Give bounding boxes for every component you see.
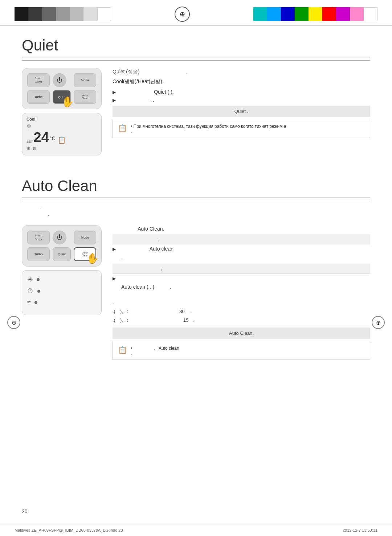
bars-icon: ≋ xyxy=(32,146,37,151)
smart-saver-btn-ac: SmartSaver xyxy=(27,231,50,244)
ac-info-line2: . xyxy=(131,351,132,356)
quiet-bullet-1: ▶ Quiet ( ). xyxy=(113,89,370,95)
swatch-pink xyxy=(350,7,364,21)
power-btn-ac: ⏻ xyxy=(53,231,66,244)
ac-desc-2: .( ), , : 30 . xyxy=(113,308,370,315)
quiet-display-panel: Cool ❄ SET 24 °C 📋 ❄ ≋ xyxy=(22,113,102,155)
page-number: 20 xyxy=(22,508,28,514)
quiet-bullet2-text: - . xyxy=(119,97,154,103)
quiet-section: Quiet SmartSaver ⏻ Mode Turbo Quiet ✋ xyxy=(22,26,370,163)
ac-bullet2-text xyxy=(119,275,147,281)
swatch-cyan xyxy=(253,7,267,21)
auto-clean-label-line: Auto Clean. xyxy=(113,225,370,233)
cool-label: Cool xyxy=(26,117,97,121)
quiet-note-box: Quiet . xyxy=(113,106,370,117)
swatches-left xyxy=(15,7,111,21)
auto-clean-hand-icon: ✋ xyxy=(86,252,99,265)
smart-saver-button: SmartSaver xyxy=(27,73,50,87)
top-color-bar: ⊕ xyxy=(0,0,392,26)
arrow-icon-1: ▶ xyxy=(113,90,116,95)
sun-icon: ☀ xyxy=(27,276,33,284)
ac-info-text-wrapper: • , Auto clean . xyxy=(131,346,179,356)
swatch-white xyxy=(97,7,111,21)
auto-clean-section: Auto Clean . - SmartSaver ⏻ Mode Turbo Q… xyxy=(22,174,370,367)
auto-clean-remote: SmartSaver ⏻ Mode Turbo Quiet AutoClean … xyxy=(22,225,102,267)
swatch-blue-light xyxy=(267,7,281,21)
swatch-gray xyxy=(42,7,56,21)
auto-clean-display-panel: ☀ ⏱ ≈ xyxy=(22,270,102,315)
ac-desc-3: .( ), , : 15 . xyxy=(113,317,370,324)
auto-clean-device-column: SmartSaver ⏻ Mode Turbo Quiet AutoClean … xyxy=(22,225,102,360)
mode-button: Mode xyxy=(74,73,96,87)
ac-arrow-1: ▶ xyxy=(113,247,116,252)
dot-2 xyxy=(37,290,40,293)
auto-clean-bullet-1: ▶ Auto clean xyxy=(113,246,370,252)
temperature-number: 24 xyxy=(34,130,49,144)
auto-clean-button[interactable]: AutoClean ✋ xyxy=(74,247,96,261)
swatch-green xyxy=(295,7,309,21)
quiet-info-line2: . xyxy=(131,129,132,134)
ac-info-bullet: • , Auto clean xyxy=(131,346,179,351)
ac-bullet1-text: Auto clean xyxy=(119,246,173,252)
info-icon: 📋 xyxy=(118,124,127,133)
dot-3 xyxy=(34,301,37,304)
right-compass-icon: ⊕ xyxy=(372,316,385,329)
display-row-3: ≈ xyxy=(27,299,96,306)
swatch-black xyxy=(15,7,28,21)
quiet-btn-ac: Quiet xyxy=(53,247,71,261)
swatch-lighter-gray xyxy=(83,7,97,21)
degree-symbol: °C xyxy=(50,135,56,141)
ac-bullet1-sub: . xyxy=(121,254,370,261)
auto-clean-note-box: Auto Clean. xyxy=(113,328,370,339)
auto-clean-text-row-2: , xyxy=(113,264,370,274)
main-content: Quiet SmartSaver ⏻ Mode Turbo Quiet ✋ xyxy=(0,26,392,367)
display-icons-row: ❄ ≋ xyxy=(26,146,97,151)
auto-clean-button-top: AutoClean xyxy=(74,90,96,104)
right-compass-decoration: ⊕ xyxy=(372,316,385,329)
quiet-remote-top: SmartSaver ⏻ Mode Turbo Quiet ✋ AutoClea… xyxy=(22,68,102,109)
swatch-light-gray xyxy=(70,7,83,21)
quiet-bullet-2: ▶ - . xyxy=(113,97,370,103)
swatches-right xyxy=(253,7,377,21)
quiet-desc-line1: Quiet (정음) , xyxy=(113,68,370,76)
swatch-blue xyxy=(281,7,295,21)
quiet-remote-grid: SmartSaver ⏻ Mode Turbo Quiet ✋ AutoClea… xyxy=(27,73,96,104)
turbo-btn-ac: Turbo xyxy=(27,247,50,261)
auto-clean-bullet-2: ▶ xyxy=(113,275,370,281)
swatch-yellow xyxy=(309,7,322,21)
turbo-button: Turbo xyxy=(27,90,50,104)
set-label: SET xyxy=(26,140,33,143)
auto-clean-note-text: Auto Clean. xyxy=(229,330,254,336)
compass-center: ⊕ xyxy=(111,7,253,22)
quiet-device-column: SmartSaver ⏻ Mode Turbo Quiet ✋ AutoClea… xyxy=(22,68,102,155)
footer-right: 2012-12-7 13:50:11 xyxy=(343,528,377,532)
wave-icon: ≈ xyxy=(27,299,31,306)
footer: Maldives ZE_AR09FSFP@_IBIM_DB68-03379A_B… xyxy=(0,524,392,536)
auto-clean-remote-grid: SmartSaver ⏻ Mode Turbo Quiet AutoClean … xyxy=(27,231,96,261)
swatch-magenta xyxy=(336,7,350,21)
quiet-text-column: Quiet (정음) , Cool(냉방)/Heat(난방). ▶ Quiet … xyxy=(113,68,370,155)
auto-clean-divider xyxy=(22,201,370,201)
snowflake-icon: ❄ xyxy=(26,123,97,130)
auto-clean-text-column: Auto Clean. , ▶ Auto clean . xyxy=(113,225,370,360)
ac-desc-1: . xyxy=(113,299,370,306)
left-compass-decoration: ⊕ xyxy=(7,316,20,329)
quiet-info-text: • При многотелна система, тази функция р… xyxy=(131,124,286,134)
auto-clean-intro-2: - xyxy=(22,212,370,218)
auto-clean-info-box: 📋 • , Auto clean . xyxy=(113,342,370,360)
auto-clean-body: SmartSaver ⏻ Mode Turbo Quiet AutoClean … xyxy=(22,225,370,360)
temp-icon: 📋 xyxy=(58,136,66,144)
quiet-title: Quiet xyxy=(22,37,370,57)
ac-info-icon: 📋 xyxy=(118,346,127,354)
quiet-bullet1-text: Quiet ( ). xyxy=(119,89,174,95)
display-row-1: ☀ xyxy=(27,276,96,284)
quiet-body: SmartSaver ⏻ Mode Turbo Quiet ✋ AutoClea… xyxy=(22,68,370,155)
touch-hand-icon: ✋ xyxy=(61,96,74,108)
spacer xyxy=(113,293,370,299)
ac-arrow-2: ▶ xyxy=(113,276,116,281)
footer-left: Maldives ZE_AR09FSFP@_IBIM_DB68-03379A_B… xyxy=(15,528,123,532)
quiet-button[interactable]: Quiet ✋ xyxy=(53,90,71,104)
timer-icon: ⏱ xyxy=(27,287,34,295)
auto-clean-title: Auto Clean xyxy=(22,177,370,198)
quiet-info-bullet: • При многотелна система, тази функция р… xyxy=(131,124,286,129)
